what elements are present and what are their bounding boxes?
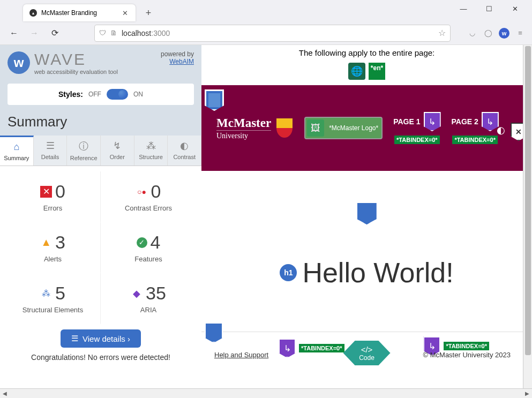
maximize-icon[interactable]: ☐ <box>482 1 497 16</box>
url-bar[interactable]: 🛡 🗎 localhost:3000 ☆ <box>94 25 451 42</box>
order-icon: ↯ <box>113 140 121 152</box>
tab-structure[interactable]: ⁂Structure <box>134 136 168 166</box>
account-icon[interactable]: ◯ <box>483 28 493 39</box>
view-details-button[interactable]: ☰View details › <box>61 329 141 348</box>
webaim-link[interactable]: WebAIM <box>169 58 194 65</box>
tree-icon: ⁂ <box>146 140 156 152</box>
list-icon: ☰ <box>46 140 55 152</box>
nav-page-1[interactable]: PAGE 1 <box>393 117 420 126</box>
styles-toggle[interactable] <box>107 89 128 100</box>
structural-badge-icon[interactable] <box>205 89 224 111</box>
stat-contrast[interactable]: ○●0 Contrast Errors <box>101 171 196 222</box>
forward-icon[interactable]: → <box>27 26 42 41</box>
wave-brand-name: WAVE <box>34 50 118 69</box>
alert-icon: ▲ <box>40 237 52 249</box>
stat-errors[interactable]: ✕0 Errors <box>5 171 101 222</box>
lang-value-badge[interactable]: *en* <box>369 63 385 80</box>
bookmark-star-icon[interactable]: ☆ <box>438 28 446 38</box>
tabindex-badge[interactable]: *TABINDEX=0* <box>452 136 498 144</box>
error-icon: ✕ <box>40 186 52 198</box>
dark-mode-icon[interactable]: ◐ <box>493 123 508 138</box>
hello-heading-row: h1 Hello World! <box>218 257 516 289</box>
back-icon[interactable]: ← <box>6 26 21 41</box>
tabindex-badge[interactable]: *TABINDEX=0* <box>299 344 344 352</box>
tab-reference[interactable]: ⓘReference <box>67 136 101 166</box>
reload-icon[interactable]: ⟳ <box>47 26 62 41</box>
lang-badges: 🌐 *en* <box>201 63 532 80</box>
h1-badge-icon[interactable]: h1 <box>280 264 297 281</box>
minimize-icon[interactable]: — <box>456 1 471 16</box>
page-icon: 🗎 <box>110 29 117 37</box>
nav-page-2[interactable]: PAGE 2 <box>452 117 478 126</box>
mcmaster-header: McMaster University 🖼 *McMaster Logo* PA… <box>201 85 532 171</box>
image-alt-badge[interactable]: 🖼 *McMaster Logo* <box>304 117 383 139</box>
stat-alerts[interactable]: ▲3 Alerts <box>5 222 101 273</box>
stat-aria[interactable]: ◆35 ARIA <box>101 273 196 324</box>
content-area: w WAVE web accessibility evaluation tool… <box>0 45 532 388</box>
browser-tab[interactable]: McMaster Branding ✕ <box>23 4 136 21</box>
summary-content: ✕0 Errors ○●0 Contrast Errors ▲3 Alerts … <box>0 166 201 388</box>
code-icon: </> <box>361 345 373 354</box>
globe-icon[interactable]: 🌐 <box>348 63 365 80</box>
wave-header: w WAVE web accessibility evaluation tool… <box>0 45 201 80</box>
styles-toggle-bar: Styles: OFF ON <box>8 84 194 105</box>
horizontal-scrollbar[interactable]: ◀ ▶ <box>0 388 532 398</box>
wave-tab-bar: ⌂Summary ☰Details ⓘReference ↯Order ⁂Str… <box>0 136 201 166</box>
summary-heading: Summary <box>0 108 201 136</box>
hello-world-heading: Hello World! <box>302 257 453 289</box>
mcmaster-crest-icon <box>276 118 293 138</box>
mcmaster-name: McMaster <box>216 116 271 130</box>
tabindex-badge[interactable]: *TABINDEX=0* <box>394 136 440 144</box>
page-preview: The following apply to the entire page: … <box>201 45 532 388</box>
tab-close-icon[interactable]: ✕ <box>121 9 129 17</box>
aria-badge-icon[interactable]: ↳ <box>424 112 441 131</box>
pocket-icon[interactable]: ◡ <box>467 28 477 39</box>
styles-off-label: OFF <box>88 91 101 98</box>
tab-contrast[interactable]: ◐Contrast <box>168 136 201 166</box>
congrats-message: Congratulations! No errors were detected… <box>5 353 196 362</box>
new-tab-button[interactable]: + <box>142 6 155 19</box>
aria-badge-icon[interactable]: ↳ <box>279 339 296 358</box>
wave-panel: w WAVE web accessibility evaluation tool… <box>0 45 201 388</box>
scroll-left-icon[interactable]: ◀ <box>0 389 10 399</box>
scroll-right-icon[interactable]: ▶ <box>522 389 532 399</box>
contrast-icon: ◐ <box>180 140 189 152</box>
tab-title: McMaster Branding <box>41 9 116 17</box>
browser-toolbar: ← → ⟳ 🛡 🗎 localhost:3000 ☆ ◡ ◯ w ≡ <box>0 21 532 45</box>
feature-icon: ✓ <box>137 237 147 248</box>
info-icon: ⓘ <box>79 140 88 153</box>
window-controls: — ☐ ✕ <box>456 1 522 16</box>
extension-icons: ◡ ◯ w ≡ <box>467 28 526 39</box>
close-window-icon[interactable]: ✕ <box>507 1 522 16</box>
wave-extension-icon[interactable]: w <box>499 28 509 39</box>
stats-grid: ✕0 Errors ○●0 Contrast Errors ▲3 Alerts … <box>5 171 196 324</box>
wave-tagline: web accessibility evaluation tool <box>34 69 118 75</box>
structural-badge-icon[interactable] <box>205 322 223 343</box>
stat-structural[interactable]: ⁂5 Structural Elements <box>5 273 101 324</box>
structural-badge-icon[interactable] <box>357 203 377 224</box>
structure-icon: ⁂ <box>40 288 52 299</box>
menu-icon[interactable]: ≡ <box>515 28 526 39</box>
nav-links: PAGE 1 ↳ *TABINDEX=0* PAGE 2 ↳ *TABINDEX… <box>393 112 499 144</box>
help-support-link[interactable]: Help and Support <box>214 351 268 359</box>
page-body: h1 Hello World! <box>201 171 532 332</box>
image-icon: 🖼 <box>307 119 324 137</box>
contrast-error-icon: ○● <box>136 186 148 198</box>
code-button[interactable]: </> Code <box>343 341 391 365</box>
tab-summary[interactable]: ⌂Summary <box>0 136 34 166</box>
tab-order[interactable]: ↯Order <box>101 136 134 166</box>
stat-features[interactable]: ✓4 Features <box>101 222 196 273</box>
shield-icon: 🛡 <box>99 29 106 37</box>
copyright-text: © McMaster University 2023 <box>423 351 511 359</box>
tab-favicon-icon <box>29 9 37 17</box>
styles-label: Styles: <box>58 90 83 99</box>
browser-titlebar: McMaster Branding ✕ + — ☐ ✕ <box>0 0 532 21</box>
tab-details[interactable]: ☰Details <box>34 136 68 166</box>
powered-by: powered by WebAIM <box>161 50 194 65</box>
tabindex-badge[interactable]: *TABINDEX=0* <box>444 342 489 350</box>
page-notice: The following apply to the entire page: <box>201 45 532 61</box>
mcmaster-university: University <box>216 130 271 140</box>
mcmaster-logo[interactable]: McMaster University <box>216 116 293 140</box>
vertical-scrollbar[interactable] <box>523 45 532 388</box>
mcmaster-footer: ↳ *TABINDEX=0* ↳ *TABINDEX=0* Help and S… <box>201 332 532 364</box>
